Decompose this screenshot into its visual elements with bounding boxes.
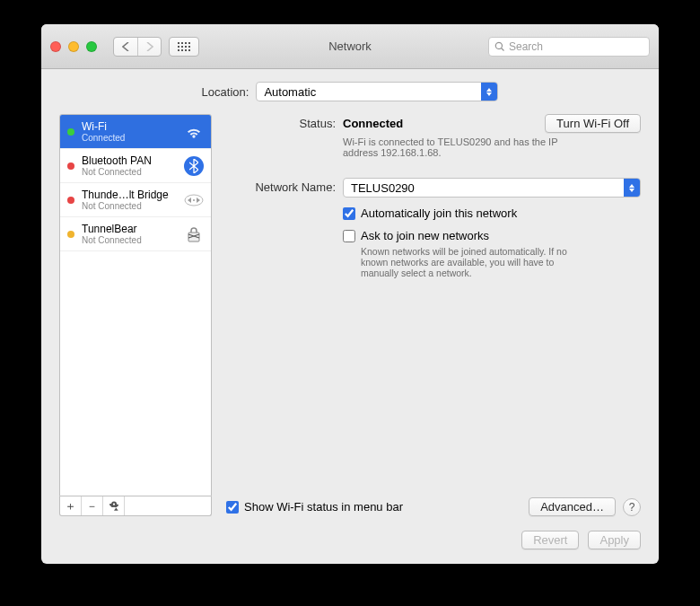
sidebar-item-name: Bluetooth PAN xyxy=(82,154,177,167)
interface-actions-button[interactable] xyxy=(103,496,125,515)
window-controls xyxy=(50,41,97,52)
sidebar-item-status: Not Connected xyxy=(82,167,177,177)
thunderbolt-bridge-icon xyxy=(184,190,204,210)
nav-back-forward xyxy=(113,37,162,57)
status-dot xyxy=(67,231,74,238)
advanced-button[interactable]: Advanced… xyxy=(529,497,616,516)
content: Location: Automatic Wi-Fi Connected xyxy=(41,69,659,564)
location-label: Location: xyxy=(202,85,249,99)
show-menubar-row: Show Wi-Fi status in menu bar xyxy=(226,500,521,514)
sidebar-toolbar: ＋ － xyxy=(59,496,212,516)
window-title: Network xyxy=(328,40,372,53)
ask-join-checkbox[interactable] xyxy=(343,230,355,242)
sidebar-item-status: Not Connected xyxy=(82,235,177,245)
show-all-button[interactable] xyxy=(169,37,199,57)
status-value: Connected xyxy=(343,117,403,130)
status-dot xyxy=(67,128,74,136)
grid-icon xyxy=(178,42,190,51)
bluetooth-icon xyxy=(184,156,204,176)
titlebar: Network xyxy=(41,24,659,69)
status-label: Status: xyxy=(226,114,343,158)
minimize-icon[interactable] xyxy=(68,41,79,52)
location-value: Automatic xyxy=(264,85,316,99)
auto-join-row: Automatically join this network xyxy=(343,206,641,220)
location-row: Location: Automatic xyxy=(59,82,641,101)
svg-point-3 xyxy=(112,503,114,505)
search-icon xyxy=(494,41,505,52)
sidebar-item-bluetooth-pan[interactable]: Bluetooth PAN Not Connected xyxy=(60,149,211,183)
interface-list[interactable]: Wi-Fi Connected Bluetooth PAN Not Connec… xyxy=(59,114,212,496)
network-name-popup[interactable]: TELUS0290 xyxy=(343,178,641,198)
sidebar-item-name: Wi-Fi xyxy=(82,120,177,133)
chevron-updown-icon xyxy=(481,83,497,101)
ask-join-hint: Known networks will be joined automatica… xyxy=(361,246,585,278)
network-prefs-window: Network Location: Automatic Wi-Fi xyxy=(41,24,659,564)
network-name-value: TELUS0290 xyxy=(351,181,415,195)
location-popup[interactable]: Automatic xyxy=(256,82,498,101)
apply-button[interactable]: Apply xyxy=(588,531,641,549)
ask-join-row: Ask to join new networks xyxy=(343,229,641,242)
remove-interface-button[interactable]: － xyxy=(82,496,103,515)
wifi-toggle-button[interactable]: Turn Wi-Fi Off xyxy=(545,114,641,133)
svg-point-1 xyxy=(193,199,195,201)
ask-join-label: Ask to join new networks xyxy=(361,229,489,242)
wifi-form: Status: Connected Turn Wi-Fi Off Wi-Fi i… xyxy=(226,114,641,492)
close-icon[interactable] xyxy=(50,41,61,52)
show-menubar-label: Show Wi-Fi status in menu bar xyxy=(244,500,403,514)
sidebar-item-name: Thunde…lt Bridge xyxy=(82,189,177,201)
help-button[interactable]: ? xyxy=(623,498,641,516)
wifi-icon xyxy=(184,122,204,142)
revert-button[interactable]: Revert xyxy=(521,531,579,549)
sidebar-item-status: Not Connected xyxy=(82,201,177,211)
status-dot xyxy=(67,197,74,204)
sidebar-item-tunnelbear[interactable]: TunnelBear Not Connected xyxy=(60,217,211,251)
sidebar-item-status: Connected xyxy=(82,133,177,143)
detail-bottom-row: Show Wi-Fi status in menu bar Advanced… … xyxy=(226,497,641,516)
status-description: Wi-Fi is connected to TELUS0290 and has … xyxy=(343,136,585,158)
status-dot xyxy=(67,162,74,170)
forward-button[interactable] xyxy=(137,38,161,56)
search-input[interactable] xyxy=(509,40,643,53)
chevron-updown-icon xyxy=(624,179,640,197)
network-name-row: Network Name: TELUS0290 Automatically jo… xyxy=(226,178,641,278)
split-pane: Wi-Fi Connected Bluetooth PAN Not Connec… xyxy=(59,114,641,516)
sidebar-item-wifi[interactable]: Wi-Fi Connected xyxy=(60,115,211,149)
vpn-lock-icon xyxy=(184,224,204,244)
sidebar-item-name: TunnelBear xyxy=(82,223,177,235)
status-row: Status: Connected Turn Wi-Fi Off Wi-Fi i… xyxy=(226,114,641,158)
auto-join-label: Automatically join this network xyxy=(361,206,517,220)
network-name-label: Network Name: xyxy=(226,178,343,278)
search-field[interactable] xyxy=(488,37,650,57)
back-button[interactable] xyxy=(114,38,137,56)
show-menubar-checkbox[interactable] xyxy=(226,501,239,514)
sidebar-wrap: Wi-Fi Connected Bluetooth PAN Not Connec… xyxy=(59,114,212,516)
add-interface-button[interactable]: ＋ xyxy=(60,496,82,515)
detail-pane: Status: Connected Turn Wi-Fi Off Wi-Fi i… xyxy=(226,114,641,516)
sidebar-item-thunderbolt-bridge[interactable]: Thunde…lt Bridge Not Connected xyxy=(60,183,211,217)
footer: Revert Apply xyxy=(59,516,641,549)
auto-join-checkbox[interactable] xyxy=(343,207,355,220)
zoom-icon[interactable] xyxy=(86,41,97,52)
